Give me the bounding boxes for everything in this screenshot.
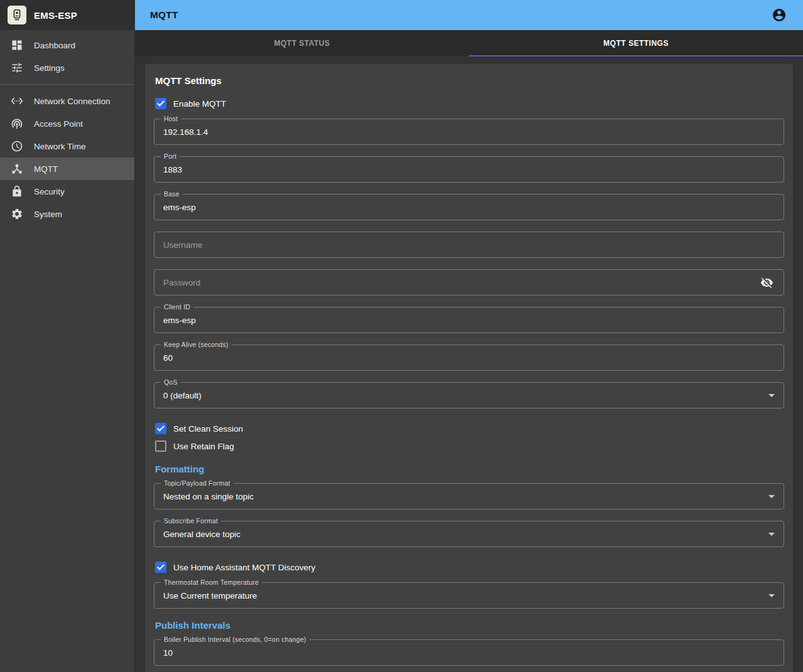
field-label: Thermostat Room Temperature (161, 579, 262, 586)
account-circle-icon (772, 8, 787, 23)
sidebar: EMS-ESP Dashboard Settings Network Conne… (0, 0, 135, 672)
ha-discovery-checkbox-row[interactable]: Use Home Assistant MQTT Discovery (154, 558, 784, 576)
sidebar-item-label: Network Connection (34, 97, 110, 106)
content-area: MQTT Settings Enable MQTT Host Port Base (135, 56, 803, 672)
selected-value: 0 (default) (163, 391, 202, 400)
chevron-down-icon (768, 495, 775, 498)
wifi-tethering-icon (11, 117, 23, 130)
sidebar-item-dashboard[interactable]: Dashboard (0, 34, 134, 56)
checkbox-label: Use Retain Flag (173, 442, 234, 451)
ems-esp-logo-icon (8, 6, 26, 24)
sidebar-item-label: Settings (34, 63, 65, 73)
sidebar-item-system[interactable]: System (0, 203, 134, 225)
sidebar-item-access-point[interactable]: Access Point (0, 112, 134, 135)
base-input[interactable] (163, 203, 775, 212)
formatting-section-heading: Formatting (155, 464, 783, 474)
topic-payload-format-select[interactable]: Topic/Payload Format Nested on a single … (154, 483, 784, 509)
retain-flag-checkbox-row[interactable]: Use Retain Flag (154, 437, 784, 455)
sidebar-item-label: Security (34, 187, 65, 196)
mqtt-settings-card: MQTT Settings Enable MQTT Host Port Base (145, 64, 793, 672)
tab-label: MQTT STATUS (274, 39, 330, 48)
sidebar-item-label: Access Point (34, 119, 83, 129)
toggle-password-visibility-button[interactable] (758, 274, 775, 291)
thermostat-room-temperature-select[interactable]: Thermostat Room Temperature Use Current … (154, 582, 784, 609)
subscribe-format-select[interactable]: Subscribe Format General device topic (154, 521, 784, 547)
sidebar-item-mqtt[interactable]: MQTT (0, 157, 134, 180)
keep-alive-field[interactable]: Keep Alive (seconds) (154, 344, 784, 371)
keep-alive-input[interactable] (163, 353, 775, 363)
username-field[interactable] (154, 232, 784, 258)
device-hub-icon (11, 163, 23, 175)
tune-icon (11, 61, 23, 74)
clock-icon (11, 140, 23, 152)
host-field[interactable]: Host (154, 119, 784, 145)
publish-intervals-section-heading: Publish Intervals (155, 620, 783, 631)
chevron-down-icon (768, 533, 775, 536)
field-label: Topic/Payload Format (161, 479, 234, 487)
checkbox-label: Enable MQTT (173, 99, 226, 109)
qos-select[interactable]: QoS 0 (default) (154, 382, 784, 408)
base-field[interactable]: Base (154, 194, 784, 220)
field-label: Boiler Publish Interval (seconds, 0=on c… (161, 636, 310, 643)
chevron-down-icon (768, 394, 775, 397)
sidebar-header: EMS-ESP (0, 0, 134, 30)
sidebar-item-settings[interactable]: Settings (0, 56, 134, 79)
sidebar-main-menu: Dashboard Settings (0, 30, 134, 83)
main-area: MQTT MQTT STATUS MQTT SETTINGS MQTT Sett… (135, 0, 803, 672)
ethernet-icon (11, 95, 23, 107)
password-field[interactable] (154, 269, 784, 296)
sidebar-item-label: MQTT (34, 164, 58, 174)
field-label: Port (161, 152, 180, 160)
sidebar-item-network-connection[interactable]: Network Connection (0, 90, 134, 112)
port-input[interactable] (163, 165, 775, 174)
tab-mqtt-settings[interactable]: MQTT SETTINGS (469, 30, 803, 56)
card-heading: MQTT Settings (155, 75, 783, 86)
boiler-publish-interval-input[interactable] (163, 648, 775, 658)
sidebar-item-security[interactable]: Security (0, 180, 134, 203)
selected-value: Nested on a single topic (163, 492, 254, 501)
field-label: Subscribe Format (161, 517, 221, 525)
active-tab-indicator (469, 55, 803, 56)
username-input[interactable] (163, 240, 775, 250)
client-id-field[interactable]: Client ID (154, 307, 784, 333)
sidebar-item-network-time[interactable]: Network Time (0, 135, 134, 157)
visibility-off-icon (760, 276, 773, 289)
field-label: Keep Alive (seconds) (161, 341, 232, 348)
sidebar-divider (0, 84, 134, 85)
sidebar-item-label: Network Time (34, 142, 86, 151)
tab-mqtt-status[interactable]: MQTT STATUS (135, 30, 469, 56)
account-button[interactable] (770, 6, 788, 24)
selected-value: General device topic (163, 530, 240, 539)
tab-bar: MQTT STATUS MQTT SETTINGS (135, 30, 803, 56)
password-input[interactable] (163, 278, 758, 287)
selected-value: Use Current temperature (163, 591, 257, 600)
sidebar-network-menu: Network Connection Access Point Network … (0, 86, 134, 229)
field-label: Client ID (161, 303, 193, 311)
sidebar-item-label: Dashboard (34, 41, 75, 50)
app-bar: MQTT (135, 0, 803, 30)
clean-session-checkbox-row[interactable]: Set Clean Session (154, 420, 784, 437)
checkbox-icon[interactable] (155, 440, 166, 452)
checkbox-label: Use Home Assistant MQTT Discovery (173, 563, 315, 572)
boiler-publish-interval-field[interactable]: Boiler Publish Interval (seconds, 0=on c… (154, 639, 784, 666)
lock-icon (11, 185, 23, 198)
host-input[interactable] (163, 127, 775, 137)
tab-label: MQTT SETTINGS (603, 39, 669, 48)
dashboard-icon (11, 39, 23, 51)
checkbox-icon[interactable] (155, 562, 166, 573)
field-label: QoS (161, 378, 181, 386)
field-label: Host (161, 115, 181, 122)
gear-icon (11, 208, 23, 220)
chevron-down-icon (768, 594, 775, 597)
sidebar-item-label: System (34, 210, 62, 219)
app-title: EMS-ESP (34, 10, 77, 21)
field-label: Base (161, 190, 183, 198)
client-id-input[interactable] (163, 316, 775, 325)
enable-mqtt-checkbox-row[interactable]: Enable MQTT (154, 95, 784, 112)
checkbox-label: Set Clean Session (173, 424, 243, 434)
port-field[interactable]: Port (154, 156, 784, 183)
checkbox-icon[interactable] (155, 423, 166, 434)
page-title: MQTT (150, 9, 178, 21)
checkbox-icon[interactable] (155, 98, 166, 109)
